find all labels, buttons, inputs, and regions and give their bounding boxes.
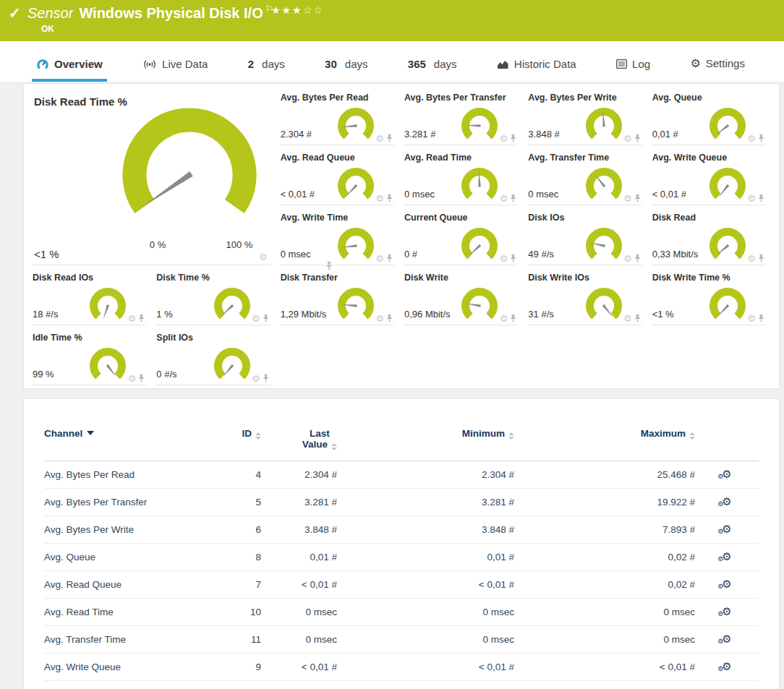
sensor-title-line: SensorWindows Physical Disk I/O⚐ — [27, 4, 273, 22]
gear-icon[interactable]: ⚙ — [375, 314, 384, 322]
pin-icon[interactable] — [386, 134, 393, 142]
gear-icon[interactable]: ⚙ — [500, 194, 508, 202]
pin-icon[interactable] — [263, 314, 269, 322]
gear-icon[interactable]: ⚙ — [623, 314, 632, 322]
channel-row[interactable]: Avg. Queue 8 0,01 # 0,01 # 0,02 # ⚙⚙ — [44, 544, 759, 571]
column-header-last-value[interactable]: Last Value — [261, 428, 337, 461]
pin-icon[interactable] — [510, 314, 516, 322]
channel-settings-gears-icon[interactable]: ⚙⚙ — [722, 497, 731, 507]
channel-settings-gears-icon[interactable]: ⚙⚙ — [722, 579, 731, 589]
gear-icon[interactable]: ⚙ — [747, 314, 756, 322]
status-badge: OK — [41, 24, 54, 34]
gear-icon[interactable]: ⚙ — [252, 375, 260, 382]
gear-icon[interactable]: ⚙ — [375, 194, 384, 202]
channels-table: Channel ID Last Value Minimum Maximum — [44, 428, 759, 681]
gauge-needle — [221, 364, 234, 378]
pin-icon[interactable] — [386, 194, 393, 202]
gear-icon[interactable]: ⚙ — [128, 314, 137, 322]
mini-gauge — [707, 224, 749, 263]
channel-name: Avg. Queue — [44, 544, 210, 571]
pin-icon[interactable] — [138, 375, 145, 382]
channel-settings-gears-icon[interactable]: ⚙⚙ — [722, 469, 731, 479]
pin-icon[interactable] — [386, 314, 393, 322]
gauge-value: 0 #/s — [156, 369, 176, 380]
pin-icon[interactable] — [510, 134, 516, 142]
channel-name: Avg. Read Time — [44, 599, 210, 626]
pin-icon[interactable] — [758, 254, 764, 262]
gear-icon[interactable]: ⚙ — [259, 253, 268, 261]
column-header-id[interactable]: ID — [210, 428, 261, 461]
column-header-maximum[interactable]: Maximum — [514, 428, 695, 461]
channel-settings-gears-icon[interactable]: ⚙⚙ — [722, 607, 731, 617]
tab-settings[interactable]: ⚙ Settings — [686, 56, 749, 82]
gear-icon[interactable]: ⚙ — [500, 314, 508, 322]
gear-icon[interactable]: ⚙ — [375, 134, 384, 142]
mini-gauge — [583, 104, 625, 143]
gauge-cell: Avg. Read Time 0 msec ⚙ — [404, 145, 518, 205]
tab-historic-data[interactable]: Historic Data — [493, 58, 581, 82]
pin-icon[interactable] — [510, 254, 516, 262]
channel-row[interactable]: Avg. Transfer Time 11 0 msec 0 msec 0 ms… — [44, 626, 759, 654]
channel-settings-gears-icon[interactable]: ⚙⚙ — [722, 662, 731, 672]
channel-settings-gears-icon[interactable]: ⚙⚙ — [722, 634, 731, 644]
pin-icon[interactable] — [758, 314, 764, 322]
priority-stars[interactable]: ★★★☆☆ — [271, 4, 324, 16]
gauge-title: Disk Time % — [156, 265, 270, 283]
channel-row[interactable]: Avg. Read Time 10 0 msec 0 msec 0 msec ⚙… — [44, 599, 759, 626]
gauge-cell: Current Queue 0 # ⚙ — [404, 205, 518, 265]
gauge-icon — [36, 59, 49, 70]
channel-maximum: 0,02 # — [514, 544, 695, 571]
tab-30-days-number: 30 — [325, 58, 337, 70]
channel-row[interactable]: Avg. Read Queue 7 < 0,01 # < 0,01 # 0,02… — [44, 571, 759, 599]
page-title: Windows Physical Disk I/O — [79, 5, 263, 21]
channel-last-value: 0 msec — [261, 626, 337, 654]
tab-live-data[interactable]: Live Data — [138, 58, 212, 82]
gauge-title: Split IOs — [156, 325, 270, 343]
tab-30-days[interactable]: 30 days — [320, 58, 372, 82]
channel-row[interactable]: Avg. Bytes Per Transfer 5 3.281 # 3.281 … — [44, 489, 759, 516]
pin-icon[interactable] — [138, 314, 145, 322]
pin-icon[interactable] — [634, 134, 641, 142]
channel-settings-gears-icon[interactable]: ⚙⚙ — [722, 524, 731, 534]
pin-icon[interactable] — [510, 194, 516, 202]
pin-icon[interactable] — [634, 194, 641, 202]
tab-log[interactable]: Log — [612, 58, 655, 82]
tab-overview[interactable]: Overview — [32, 58, 107, 82]
gear-icon[interactable]: ⚙ — [128, 375, 137, 382]
channel-id: 7 — [210, 571, 261, 599]
gauge-cell: Avg. Transfer Time 0 msec ⚙ — [528, 145, 642, 205]
column-header-channel[interactable]: Channel — [44, 428, 210, 461]
pin-icon[interactable] — [634, 314, 641, 322]
gauge-value: 3.281 # — [404, 129, 435, 140]
gauge-cell: Disk Write 0,96 Mbit/s ⚙ — [404, 265, 518, 325]
tab-365-days[interactable]: 365 days — [404, 58, 461, 82]
channel-settings-gears-icon[interactable]: ⚙⚙ — [722, 552, 731, 562]
tab-2-days[interactable]: 2 days — [244, 58, 289, 82]
gauge-title: Disk Write — [404, 265, 518, 283]
pin-icon[interactable] — [634, 254, 641, 262]
pin-icon[interactable] — [758, 134, 764, 142]
gauge-value: 49 #/s — [528, 249, 553, 260]
gear-icon[interactable]: ⚙ — [375, 254, 384, 262]
pin-icon[interactable] — [758, 194, 764, 202]
gear-icon[interactable]: ⚙ — [747, 194, 756, 202]
gauge-value: 1,29 Mbit/s — [281, 309, 327, 320]
gear-icon[interactable]: ⚙ — [623, 254, 632, 262]
gear-icon[interactable]: ⚙ — [747, 254, 756, 262]
gear-icon[interactable]: ⚙ — [623, 134, 632, 142]
gear-icon[interactable]: ⚙ — [252, 314, 260, 322]
channel-row[interactable]: Avg. Write Queue 9 < 0,01 # < 0,01 # < 0… — [44, 654, 759, 681]
pin-icon[interactable] — [386, 254, 393, 262]
mini-gauge — [335, 284, 377, 323]
gear-icon[interactable]: ⚙ — [500, 134, 508, 142]
gear-icon[interactable]: ⚙ — [747, 134, 756, 142]
channel-name: Avg. Bytes Per Transfer — [44, 489, 210, 516]
column-header-actions — [695, 428, 759, 461]
channel-row[interactable]: Avg. Bytes Per Write 6 3.848 # 3.848 # 7… — [44, 516, 759, 544]
column-header-minimum[interactable]: Minimum — [337, 428, 514, 461]
channel-row[interactable]: Avg. Bytes Per Read 4 2.304 # 2.304 # 25… — [44, 461, 759, 489]
gauge-needle — [717, 184, 729, 198]
gear-icon[interactable]: ⚙ — [623, 194, 632, 202]
pin-icon[interactable] — [263, 375, 269, 382]
gear-icon[interactable]: ⚙ — [500, 254, 508, 262]
